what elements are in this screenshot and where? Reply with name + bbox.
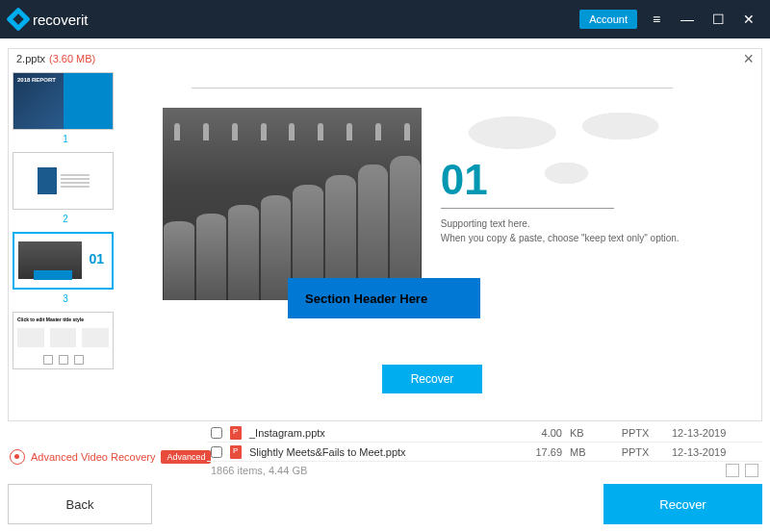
account-button[interactable]: Account — [579, 10, 637, 29]
advanced-video-recovery[interactable]: Advanced Video Recovery Advanced — [10, 449, 211, 465]
recovery-icon — [10, 449, 25, 465]
file-list: _Instagram.pptx 4.00 KB PPTX 12-13-2019 … — [207, 423, 762, 476]
file-name: _Instagram.pptx — [249, 427, 497, 439]
slide-canvas: 01 Supporting text here. When you copy &… — [163, 78, 702, 347]
titlebar: recoverit Account ≡ — ☐ ✕ — [0, 0, 770, 38]
slide-thumbnail-1[interactable]: 2018 REPORT — [13, 72, 114, 130]
close-icon[interactable]: ✕ — [737, 8, 760, 31]
file-date: 12-13-2019 — [672, 446, 758, 458]
file-type: PPTX — [606, 446, 664, 458]
thumbnail-strip: 2018 REPORT 1 2 01 3 Click to edit Maste… — [9, 68, 122, 420]
file-size: 17.69 — [504, 446, 562, 458]
list-view-icon[interactable] — [745, 464, 758, 477]
totals-text: 1866 items, 4.44 GB — [211, 465, 307, 476]
support-text-1: Supporting text here. — [441, 216, 702, 231]
advanced-badge: Advanced — [161, 450, 211, 464]
thumb-number-2: 2 — [13, 214, 118, 224]
totals-row: 1866 items, 4.44 GB — [207, 462, 762, 479]
file-unit: MB — [570, 446, 599, 458]
minimize-icon[interactable]: — — [676, 8, 699, 31]
file-checkbox[interactable] — [211, 427, 222, 439]
logo-icon — [6, 7, 30, 31]
back-button[interactable]: Back — [8, 484, 152, 524]
advanced-label: Advanced Video Recovery — [31, 451, 155, 463]
grid-view-icon[interactable] — [726, 464, 739, 477]
file-row[interactable]: _Instagram.pptx 4.00 KB PPTX 12-13-2019 — [207, 423, 762, 443]
pptx-icon — [230, 426, 242, 440]
preview-filesize: (3.60 MB) — [49, 53, 95, 64]
app-logo: recoverit — [10, 11, 89, 28]
slide-thumbnail-2[interactable] — [13, 152, 114, 210]
preview-filename: 2.pptx — [16, 53, 45, 64]
file-row[interactable]: Slightly Meets&Fails to Meet.pptx 17.69 … — [207, 443, 762, 462]
section-header-bar: Section Header Here — [288, 278, 480, 318]
slide-thumbnail-4[interactable]: Click to edit Master title style — [13, 312, 114, 369]
recover-button[interactable]: Recover — [603, 484, 762, 524]
file-date: 12-13-2019 — [672, 427, 758, 439]
thumb-number-1: 1 — [13, 134, 118, 144]
menu-icon[interactable]: ≡ — [645, 8, 668, 31]
preview-panel: 2.pptx (3.60 MB) × 2018 REPORT 1 2 01 3 … — [8, 48, 762, 421]
slide-viewer: 01 Supporting text here. When you copy &… — [122, 68, 761, 420]
footer-bar: Back Recover — [8, 484, 762, 524]
maximize-icon[interactable]: ☐ — [706, 8, 730, 31]
file-name: Slightly Meets&Fails to Meet.pptx — [249, 446, 497, 458]
thumb4-title: Click to edit Master title style — [17, 317, 109, 322]
app-name: recoverit — [33, 12, 89, 28]
preview-header: 2.pptx (3.60 MB) × — [9, 49, 761, 68]
pptx-icon — [230, 445, 242, 459]
file-checkbox[interactable] — [211, 446, 222, 458]
slide-image — [163, 108, 422, 300]
world-map-bg — [431, 79, 702, 214]
support-text-2: When you copy & paste, choose "keep text… — [441, 231, 702, 245]
thumb-number-3: 3 — [13, 293, 118, 304]
file-unit: KB — [570, 427, 599, 439]
recover-preview-button[interactable]: Recover — [382, 365, 483, 393]
file-type: PPTX — [606, 427, 664, 439]
file-size: 4.00 — [504, 427, 562, 439]
thumb1-label: 2018 REPORT — [17, 77, 56, 83]
close-preview-icon[interactable]: × — [743, 49, 754, 69]
slide-thumbnail-3[interactable]: 01 — [13, 232, 114, 290]
